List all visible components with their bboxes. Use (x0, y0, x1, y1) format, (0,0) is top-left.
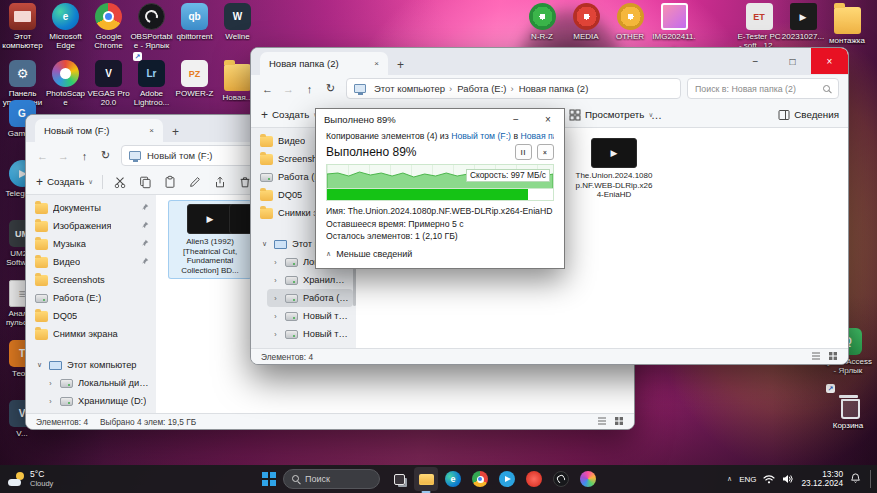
tab-close-icon[interactable]: × (149, 126, 154, 135)
desktop-icon[interactable]: ET E-Tester PC - soft...12... (737, 3, 781, 50)
source-folder-link[interactable]: Новый том (F:) (451, 131, 511, 141)
tree-expand-icon[interactable]: › (271, 295, 280, 302)
breadcrumb-segment[interactable]: Новая папка (2) (509, 83, 591, 94)
thumbnail-view-toggle[interactable] (614, 416, 624, 428)
language-indicator[interactable]: ENG (739, 475, 756, 484)
tree-item[interactable]: › Локальный диск (C:) (42, 374, 153, 392)
search-box[interactable] (687, 78, 839, 99)
taskbar-search-input[interactable] (305, 474, 371, 484)
address-bar[interactable]: Этот компьютерРабота (E:)Новая папка (2) (346, 78, 681, 99)
sidebar-item[interactable]: Снимки экрана (31, 325, 153, 343)
breadcrumb-segment[interactable]: Работа (E:) (447, 83, 508, 94)
forward-button[interactable]: → (279, 83, 298, 95)
cut-button[interactable] (112, 174, 128, 190)
dialog-close-button[interactable]: × (532, 109, 564, 130)
show-desktop-button[interactable] (870, 470, 873, 488)
forward-button[interactable]: → (54, 150, 73, 162)
desktop-icon[interactable]: MEDIA (564, 3, 608, 50)
sidebar-item[interactable]: Видео (31, 253, 153, 271)
tree-item[interactable]: › Новый том (F:) (267, 325, 353, 343)
weather-widget[interactable]: 5°C Cloudy (0, 470, 61, 488)
clock[interactable]: 13:30 23.12.2024 (801, 470, 843, 489)
minimize-button[interactable]: − (737, 48, 774, 74)
desktop-icon[interactable]: Корзина (823, 392, 873, 456)
pause-button[interactable]: II (515, 144, 532, 160)
new-tab-button[interactable]: + (172, 126, 179, 138)
desktop-icon[interactable]: PhotoScape (44, 60, 87, 117)
tree-expand-icon[interactable]: › (46, 380, 55, 387)
sidebar-item[interactable]: Screenshots (31, 271, 153, 289)
file-explorer-icon[interactable] (414, 467, 438, 491)
desktop-icon[interactable]: монтажка (825, 3, 869, 50)
back-button[interactable]: ← (258, 83, 277, 95)
desktop-icon[interactable]: e Microsoft Edge (44, 3, 87, 60)
taskbar-search[interactable] (283, 469, 380, 489)
view-button[interactable]: Просмотреть ∨ (569, 109, 653, 121)
dialog-minimize-button[interactable]: − (500, 109, 532, 130)
tree-expand-icon[interactable]: › (271, 331, 280, 338)
start-button[interactable] (262, 472, 276, 486)
tab-close-icon[interactable]: × (374, 59, 379, 68)
tree-item[interactable]: › Работа (E:) (267, 289, 353, 307)
up-button[interactable]: ↑ (300, 83, 319, 95)
desktop-icon[interactable]: OBSPortable - Ярлык (130, 3, 173, 60)
google-chrome-icon[interactable] (468, 467, 492, 491)
more-options-button[interactable]: … (651, 109, 663, 121)
back-button[interactable]: ← (33, 150, 52, 162)
cancel-copy-button[interactable]: × (537, 144, 554, 160)
share-button[interactable] (212, 174, 228, 190)
desktop-icon[interactable]: ▶ 20231027... (781, 3, 825, 50)
sidebar-item[interactable]: DQ05 (31, 307, 153, 325)
details-view-toggle[interactable] (597, 416, 607, 428)
thumbnail-view-toggle[interactable] (828, 351, 838, 363)
rename-button[interactable] (187, 174, 203, 190)
copy-progress-dialog[interactable]: Выполнено 89% − × Копирование элементов … (315, 108, 565, 269)
explorer-tab[interactable]: Новая папка (2) × (260, 52, 388, 75)
hidden-icons-button[interactable]: ∧ (727, 475, 732, 483)
desktop-icon[interactable]: qb qbittorrent (173, 3, 216, 60)
task-view-icon[interactable] (387, 467, 411, 491)
sidebar-item[interactable]: Документы (31, 199, 153, 217)
notification-bell-icon[interactable] (850, 470, 861, 488)
details-pane-button[interactable]: Сведения (778, 109, 839, 121)
microsoft-edge-icon[interactable]: e (441, 467, 465, 491)
desktop-icon[interactable]: Google Chrome (87, 3, 130, 60)
new-button[interactable]: + Создать ∨ (36, 176, 93, 187)
destination-folder-link[interactable]: Новая папка (2) (520, 131, 554, 141)
copy-button[interactable] (137, 174, 153, 190)
desktop-icon[interactable]: PZ POWER-Z (173, 60, 216, 117)
new-button[interactable]: + Создать ∨ (261, 109, 318, 120)
paste-button[interactable] (162, 174, 178, 190)
sidebar-item[interactable]: Изображения (31, 217, 153, 235)
file-tile[interactable]: ▶ The.Union.2024.1080p.NF.WEB-DLRip.x264… (575, 138, 653, 200)
refresh-button[interactable]: ↻ (321, 82, 340, 95)
desktop-icon[interactable]: OTHER (608, 3, 652, 50)
obs-studio-icon[interactable] (549, 467, 573, 491)
red-app-icon[interactable] (522, 467, 546, 491)
new-tab-button[interactable]: + (397, 59, 404, 71)
breadcrumb-segment[interactable]: Этот компьютер (372, 83, 447, 94)
up-button[interactable]: ↑ (75, 150, 94, 162)
tree-item[interactable]: › Новый том (F:) (267, 307, 353, 325)
desktop-icon[interactable]: Lr Adobe Lightroo... (130, 60, 173, 117)
tree-expand-icon[interactable]: ∨ (35, 361, 44, 369)
sidebar-item[interactable]: Работа (E:) (31, 289, 153, 307)
wifi-icon[interactable] (763, 470, 775, 488)
desktop-icon[interactable]: IMG202411... (652, 3, 696, 50)
desktop-icon[interactable]: V VEGAS Pro 20.0 (87, 60, 130, 117)
explorer-tab[interactable]: Новый том (F:) × (35, 119, 163, 142)
tree-item[interactable]: › Хранилище (D:) (267, 271, 353, 289)
less-details-toggle[interactable]: ∧ Меньше сведений (326, 249, 554, 259)
tree-item[interactable]: ∨ Этот компьютер (31, 356, 153, 374)
close-button[interactable]: × (811, 48, 848, 74)
tree-expand-icon[interactable]: › (271, 259, 280, 266)
tree-expand-icon[interactable]: › (271, 313, 280, 320)
tree-expand-icon[interactable]: ∨ (260, 240, 269, 248)
tree-expand-icon[interactable]: › (46, 398, 55, 405)
colorful-app-icon[interactable] (576, 467, 600, 491)
refresh-button[interactable]: ↻ (96, 149, 115, 162)
search-input[interactable] (695, 84, 818, 94)
telegram-icon[interactable] (495, 467, 519, 491)
desktop-icon[interactable]: Этот компьютер (1, 3, 44, 60)
volume-icon[interactable] (782, 470, 794, 488)
